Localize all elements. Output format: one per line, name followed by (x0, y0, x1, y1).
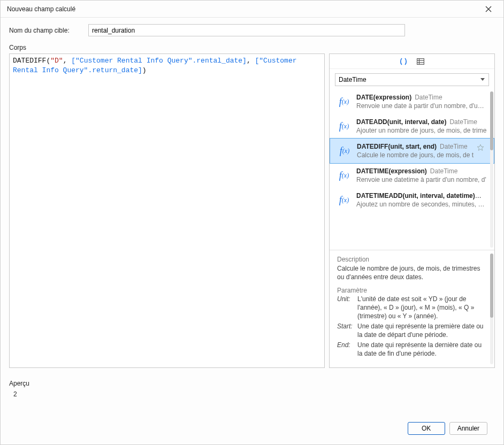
function-item-datetime[interactable]: f(x) DATETIME(expression)DateTime Renvoi… (330, 163, 494, 188)
description-pane: Description Calcule le nombre de jours, … (330, 250, 494, 367)
category-dropdown[interactable]: DateTime (335, 73, 489, 86)
ok-button[interactable]: OK (408, 422, 445, 435)
description-text: Calcule le nombre de jours, de mois, de … (337, 264, 487, 281)
param-text: L'unité de date est soit « YD » (jour de… (357, 295, 487, 320)
preview-label: Aperçu (9, 380, 495, 387)
panel-tab-bar (330, 54, 494, 69)
fx-icon: f(x) (336, 167, 352, 183)
titlebar: Nouveau champ calculé (1, 1, 503, 18)
svg-marker-6 (477, 144, 484, 150)
function-signature: DATEDIFF(unit, start, end) (357, 143, 437, 150)
target-field-label: Nom du champ cible: (9, 27, 88, 34)
grid-icon (417, 58, 424, 65)
function-category: DateTime (440, 143, 468, 150)
dialog-footer: OK Annuler (9, 418, 495, 439)
function-signature: DATEADD(unit, interval, date) (356, 118, 446, 126)
close-icon (485, 6, 492, 12)
fx-icon: f(x) (337, 143, 353, 159)
favorite-star-icon[interactable] (477, 144, 484, 153)
target-field-input[interactable] (88, 24, 405, 36)
param-text: Une date qui représente la dernière date… (357, 341, 487, 358)
token-close-paren: ) (142, 66, 147, 74)
scrollbar-thumb[interactable] (490, 91, 493, 150)
function-item-datetimeadd[interactable]: f(x) DATETIMEADD(unit, interval, datetim… (330, 188, 494, 212)
expression-editor[interactable]: DATEDIFF("D", ["Customer Rental Info Que… (9, 53, 325, 368)
function-item-date[interactable]: f(x) DATE(expression)DateTime Renvoie un… (330, 89, 494, 114)
function-description-short: Calcule le nombre de jours, de mois, de … (357, 151, 486, 159)
function-description-short: Renvoie une date à partir d'un nombre, d… (356, 102, 487, 110)
preview-section: Aperçu 2 (9, 380, 495, 398)
function-item-dateadd[interactable]: f(x) DATEADD(unit, interval, date)DateTi… (330, 114, 494, 139)
svg-rect-2 (417, 58, 424, 64)
scrollbar-thumb[interactable] (490, 254, 493, 318)
param-text: Une date qui représente la première date… (357, 323, 487, 339)
token-comma: , (63, 57, 72, 65)
token-function: DATEDIFF (13, 57, 46, 65)
tab-functions[interactable] (398, 56, 409, 67)
token-comma: , (247, 57, 255, 65)
close-button[interactable] (478, 1, 499, 17)
function-panel: DateTime f(x) DATE(expression)DateTime R… (329, 53, 495, 368)
dialog-title: Nouveau champ calculé (7, 5, 478, 13)
main-row: DATEDIFF("D", ["Customer Rental Info Que… (9, 53, 495, 368)
param-name: Unit: (337, 295, 357, 320)
param-row-start: Start: Une date qui représente la premiè… (337, 323, 487, 339)
fx-icon: f(x) (336, 192, 352, 208)
body-label: Corps (9, 44, 495, 51)
preview-value: 2 (9, 390, 495, 398)
param-row-end: End: Une date qui représente la dernière… (337, 341, 487, 358)
description-heading: Description (337, 256, 487, 263)
param-row-unit: Unit: L'unité de date est soit « YD » (j… (337, 295, 487, 320)
function-description-short: Renvoie une datetime à partir d'un nombr… (356, 176, 487, 183)
function-description-short: Ajoutez un nombre de secondes, minutes, … (356, 201, 487, 208)
fx-icon: f(x) (336, 118, 352, 134)
function-signature: DATE(expression) (356, 94, 411, 101)
token-string-literal: "D" (50, 57, 63, 65)
param-name: End: (337, 341, 357, 358)
parentheses-icon (399, 58, 408, 65)
dialog-content: Nom du champ cible: Corps DATEDIFF("D", … (1, 18, 503, 444)
category-dropdown-wrap: DateTime (335, 73, 489, 86)
function-category: DateTime (449, 118, 477, 126)
dialog-window: Nouveau champ calculé Nom du champ cible… (0, 0, 504, 445)
function-signature: DATETIME(expression) (356, 167, 427, 175)
function-item-datediff[interactable]: f(x) DATEDIFF(unit, start, end)DateTime … (330, 138, 494, 164)
param-name: Start: (337, 323, 357, 339)
function-list[interactable]: f(x) DATE(expression)DateTime Renvoie un… (330, 89, 494, 250)
function-category: DateTime (415, 94, 442, 101)
target-field-row: Nom du champ cible: (9, 24, 495, 36)
fx-icon: f(x) (336, 94, 352, 110)
function-description-short: Ajouter un nombre de jours, de mois, de … (356, 127, 487, 134)
function-signature: DATETIMEADD(unit, interval, datetime) (356, 192, 482, 200)
tab-fields[interactable] (415, 56, 426, 67)
token-field-ref: ["Customer Rental Info Query".rental_dat… (71, 57, 247, 65)
parameters-heading: Paramètre (337, 287, 487, 294)
function-category: DateTime (430, 167, 458, 175)
cancel-button[interactable]: Annuler (449, 422, 487, 435)
